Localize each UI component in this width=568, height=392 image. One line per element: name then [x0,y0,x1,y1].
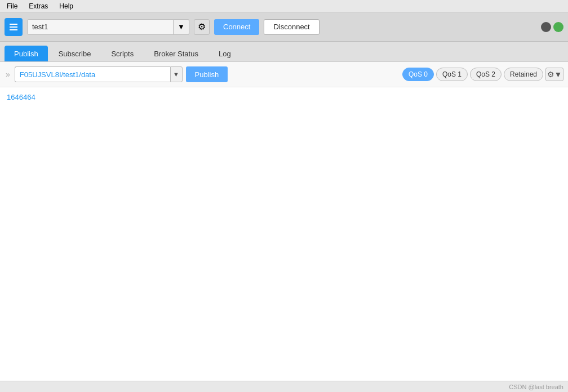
disconnect-button[interactable]: Disconnect [264,19,319,35]
footer: CSDN @last breath [0,381,568,392]
connection-status [541,22,563,32]
toolbar: ▼ ⚙ Connect Disconnect [0,12,568,42]
tab-publish[interactable]: Publish [5,46,48,61]
retained-button[interactable]: Retained [504,68,543,81]
publish-button[interactable]: Publish [186,66,228,82]
tabs-bar: Publish Subscribe Scripts Broker Status … [0,42,568,62]
message-area: 1646464 [0,87,568,381]
app-icon [5,18,23,36]
expand-icon[interactable]: » [5,69,11,80]
message-value: 1646464 [7,93,561,101]
connection-input[interactable] [27,19,174,35]
connection-icon [541,22,551,32]
tab-broker-status[interactable]: Broker Status [144,46,208,61]
qos1-button[interactable]: QoS 1 [436,68,468,81]
connection-selector: ▼ [27,19,189,35]
topic-dropdown-btn[interactable]: ▼ [170,66,183,82]
topic-input[interactable] [15,66,170,82]
qos-group: QoS 0 QoS 1 QoS 2 Retained ⚙▼ [402,68,563,81]
tab-log[interactable]: Log [209,46,241,61]
main-content: » ▼ Publish QoS 0 QoS 1 QoS 2 Retained ⚙… [0,62,568,381]
qos0-button[interactable]: QoS 0 [402,68,434,81]
tab-subscribe[interactable]: Subscribe [49,46,101,61]
menu-file[interactable]: File [5,1,20,11]
connect-button[interactable]: Connect [214,19,259,35]
publish-bar: » ▼ Publish QoS 0 QoS 1 QoS 2 Retained ⚙… [0,62,568,87]
menu-help[interactable]: Help [57,1,76,11]
menu-bar: File Extras Help [0,0,568,12]
publish-settings-button[interactable]: ⚙▼ [545,68,563,81]
status-dot [553,22,563,32]
settings-gear-button[interactable]: ⚙ [194,19,210,35]
menu-extras[interactable]: Extras [26,1,50,11]
watermark: CSDN @last breath [509,384,563,390]
tab-scripts[interactable]: Scripts [101,46,143,61]
connection-dropdown-btn[interactable]: ▼ [174,19,189,35]
qos2-button[interactable]: QoS 2 [470,68,502,81]
topic-input-wrapper: ▼ [15,66,183,82]
